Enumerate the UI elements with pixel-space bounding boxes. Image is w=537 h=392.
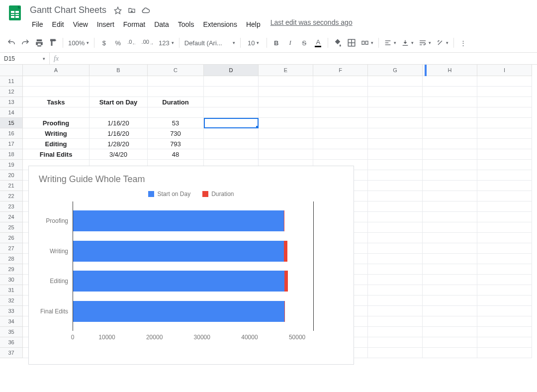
column-header-F[interactable]: F xyxy=(313,65,368,76)
row-header-27[interactable]: 27 xyxy=(0,243,23,254)
row-header-30[interactable]: 30 xyxy=(0,275,23,285)
cell-G31[interactable] xyxy=(368,285,423,295)
percent-button[interactable]: % xyxy=(111,36,124,49)
menu-help[interactable]: Help xyxy=(242,18,265,30)
cell-B12[interactable] xyxy=(90,87,148,97)
menu-file[interactable]: File xyxy=(28,18,47,30)
cell-H31[interactable] xyxy=(423,285,477,295)
cell-G27[interactable] xyxy=(368,243,423,254)
row-header-35[interactable]: 35 xyxy=(0,327,23,337)
cell-G33[interactable] xyxy=(368,306,423,316)
cell-F15[interactable] xyxy=(313,118,368,128)
cell-D12[interactable] xyxy=(204,87,259,97)
cell-G14[interactable] xyxy=(368,107,423,118)
cell-C11[interactable] xyxy=(148,76,204,87)
cell-H27[interactable] xyxy=(423,243,477,254)
currency-button[interactable]: $ xyxy=(97,36,110,49)
cell-I29[interactable] xyxy=(477,264,532,275)
row-header-24[interactable]: 24 xyxy=(0,212,23,222)
cell-G28[interactable] xyxy=(368,254,423,264)
row-header-37[interactable]: 37 xyxy=(0,348,23,358)
formula-input[interactable] xyxy=(63,53,537,64)
cell-E17[interactable] xyxy=(259,139,313,149)
cell-G25[interactable] xyxy=(368,222,423,233)
cell-I32[interactable] xyxy=(477,295,532,306)
cell-G24[interactable] xyxy=(368,212,423,222)
cell-I31[interactable] xyxy=(477,285,532,295)
column-header-I[interactable]: I xyxy=(477,65,532,76)
row-header-36[interactable]: 36 xyxy=(0,337,23,348)
column-header-C[interactable]: C xyxy=(148,65,204,76)
increase-decimal-button[interactable]: .00→ xyxy=(140,36,156,49)
column-header-A[interactable]: A xyxy=(23,65,90,76)
cell-G15[interactable] xyxy=(368,118,423,128)
cell-C14[interactable] xyxy=(148,107,204,118)
cell-C18[interactable]: 48 xyxy=(148,149,204,160)
cell-D17[interactable] xyxy=(204,139,259,149)
cell-H32[interactable] xyxy=(423,295,477,306)
cell-G16[interactable] xyxy=(368,128,423,139)
cell-H36[interactable] xyxy=(423,337,477,348)
cell-I22[interactable] xyxy=(477,191,532,201)
cell-I21[interactable] xyxy=(477,181,532,191)
borders-button[interactable] xyxy=(345,36,358,49)
row-header-19[interactable]: 19 xyxy=(0,160,23,170)
cell-B11[interactable] xyxy=(90,76,148,87)
row-header-14[interactable]: 14 xyxy=(0,107,23,118)
cell-F12[interactable] xyxy=(313,87,368,97)
toolbar-more-button[interactable]: ⋮ xyxy=(457,36,470,49)
print-button[interactable] xyxy=(33,36,46,49)
row-header-33[interactable]: 33 xyxy=(0,306,23,316)
cell-H13[interactable] xyxy=(423,97,477,107)
cell-E12[interactable] xyxy=(259,87,313,97)
cell-G17[interactable] xyxy=(368,139,423,149)
cell-I13[interactable] xyxy=(477,97,532,107)
cell-I24[interactable] xyxy=(477,212,532,222)
row-header-12[interactable]: 12 xyxy=(0,87,23,97)
menu-edit[interactable]: Edit xyxy=(48,18,68,30)
cell-I20[interactable] xyxy=(477,170,532,181)
cell-H37[interactable] xyxy=(423,348,477,358)
undo-button[interactable] xyxy=(5,36,18,49)
text-color-button[interactable]: A xyxy=(312,36,325,49)
row-header-13[interactable]: 13 xyxy=(0,97,23,107)
cell-I14[interactable] xyxy=(477,107,532,118)
row-header-22[interactable]: 22 xyxy=(0,191,23,201)
cell-F18[interactable] xyxy=(313,149,368,160)
cell-I25[interactable] xyxy=(477,222,532,233)
cell-D15[interactable] xyxy=(204,118,259,128)
cell-B16[interactable]: 1/16/20 xyxy=(90,128,148,139)
italic-button[interactable]: I xyxy=(284,36,297,49)
cell-G26[interactable] xyxy=(368,233,423,243)
row-header-21[interactable]: 21 xyxy=(0,181,23,191)
cell-G19[interactable] xyxy=(368,160,423,170)
cell-F11[interactable] xyxy=(313,76,368,87)
cell-I11[interactable] xyxy=(477,76,532,87)
row-header-11[interactable]: 11 xyxy=(0,76,23,87)
cell-I26[interactable] xyxy=(477,233,532,243)
cell-B15[interactable]: 1/16/20 xyxy=(90,118,148,128)
select-all-corner[interactable] xyxy=(0,65,23,76)
menu-view[interactable]: View xyxy=(69,18,92,30)
cell-D16[interactable] xyxy=(204,128,259,139)
cell-A14[interactable] xyxy=(23,107,90,118)
number-format-select[interactable]: 123 xyxy=(157,36,176,49)
horizontal-align-button[interactable] xyxy=(382,36,398,49)
fill-color-button[interactable] xyxy=(331,36,344,49)
cell-H33[interactable] xyxy=(423,306,477,316)
cell-H11[interactable] xyxy=(423,76,477,87)
move-folder-icon[interactable] xyxy=(127,6,136,15)
last-edit-link[interactable]: Last edit was seconds ago xyxy=(270,18,353,30)
cell-B13[interactable]: Start on Day xyxy=(90,97,148,107)
cell-I36[interactable] xyxy=(477,337,532,348)
row-header-25[interactable]: 25 xyxy=(0,222,23,233)
embedded-chart[interactable]: Writing Guide Whole Team Start on Day Du… xyxy=(28,166,354,365)
font-size-select[interactable]: 10 xyxy=(244,36,264,49)
cell-C17[interactable]: 793 xyxy=(148,139,204,149)
cell-H19[interactable] xyxy=(423,160,477,170)
cell-H16[interactable] xyxy=(423,128,477,139)
cell-G20[interactable] xyxy=(368,170,423,181)
cell-F17[interactable] xyxy=(313,139,368,149)
row-header-28[interactable]: 28 xyxy=(0,254,23,264)
menu-format[interactable]: Format xyxy=(119,18,149,30)
